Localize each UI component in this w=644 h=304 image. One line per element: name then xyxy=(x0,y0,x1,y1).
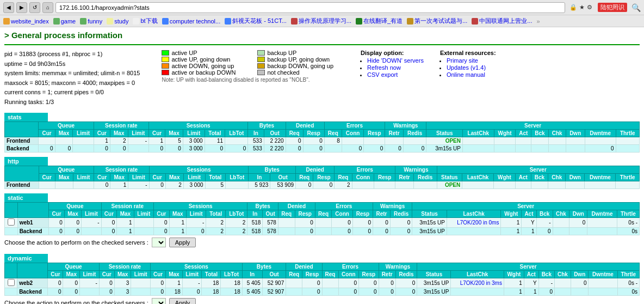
bookmark-star[interactable]: ★ xyxy=(579,4,585,11)
static-section: static Queue Session rate Sessions Bytes… xyxy=(4,193,640,250)
sys-info-line6: Running tasks: 1/3 xyxy=(4,98,140,107)
sys-info-line2: uptime = 0d 9h03m15s xyxy=(4,59,140,69)
bookmark-icon xyxy=(80,18,86,25)
bookmark-exam[interactable]: 第一次考试试题与... xyxy=(407,17,467,25)
more-bookmarks[interactable]: » xyxy=(536,18,540,25)
bookmark-label: 在线翻译_有道 xyxy=(363,17,403,25)
th-sessions: Sessions xyxy=(151,263,243,270)
th-bck: Bck xyxy=(531,129,548,137)
th-chk: Chk xyxy=(548,129,566,137)
bookmark-unicom[interactable]: 中国联通网上营业... xyxy=(472,17,532,25)
hide-down-servers-link[interactable]: Hide 'DOWN' servers xyxy=(367,57,424,64)
bookmark-label: game xyxy=(61,18,76,25)
sys-info-line4: maxsock = 8015; maxconn = 4000; maxpipes… xyxy=(4,78,140,88)
search-icon[interactable]: 🔍 xyxy=(631,3,641,12)
legend-box-active-up xyxy=(162,50,169,56)
legend-box-backup-up-going-down xyxy=(257,57,265,62)
primary-site-link[interactable]: Primary site xyxy=(447,57,478,64)
th-limit: Limit xyxy=(73,129,94,137)
legend-active-up: active UP xyxy=(162,50,236,56)
th-max2: Max xyxy=(110,129,128,137)
antivirus-badge: 陆犯罔识 xyxy=(598,3,627,12)
settings-icon[interactable]: ⚙ xyxy=(587,4,592,11)
th-limit3: Limit xyxy=(183,129,205,137)
th-max3: Max xyxy=(165,129,183,137)
bookmark-icon xyxy=(356,18,362,25)
row-checkbox-cell xyxy=(5,278,17,288)
th-sessions: Sessions xyxy=(149,166,249,173)
status-badge: 3m15s UP xyxy=(426,144,463,152)
bookmark-study[interactable]: study xyxy=(107,18,128,25)
bookmark-icon xyxy=(133,18,139,25)
row-label: Backend xyxy=(5,144,39,152)
apply-button[interactable]: Apply xyxy=(169,298,196,304)
reload-button[interactable]: ↺ xyxy=(29,2,40,13)
bookmark-website-index[interactable]: website_index xyxy=(3,18,49,25)
forward-button[interactable]: ▶ xyxy=(16,2,27,13)
th-queue: Queue xyxy=(48,263,99,270)
action-select[interactable] xyxy=(152,238,166,247)
bookmark-youdao[interactable]: 在线翻译_有道 xyxy=(356,17,403,25)
th-denied: Denied xyxy=(286,263,322,270)
th-bytes: Bytes xyxy=(249,166,296,173)
th-session-rate: Session rate xyxy=(94,166,150,173)
bookmark-label: 斜视天花板 - 51CT... xyxy=(232,17,287,25)
table-row: web1 00- 01 01-22 518578 0 00 00 3m15s U… xyxy=(5,217,640,227)
apply-button[interactable]: Apply xyxy=(169,238,196,247)
th-server: Server xyxy=(412,202,640,210)
static-section-header: static xyxy=(4,193,48,202)
bookmark-51ct[interactable]: 斜视天花板 - 51CT... xyxy=(225,17,287,25)
legend-box-active-down-going-up xyxy=(162,63,169,69)
th-server: Server xyxy=(417,263,640,270)
th-denied: Denied xyxy=(296,166,335,173)
status-badge: OPEN xyxy=(437,181,462,189)
stats-table: Queue Session rate Sessions Bytes Denied… xyxy=(4,121,640,153)
th-queue: Queue xyxy=(39,166,94,173)
legend-active-backup-down: active or backup DOWN xyxy=(162,69,236,76)
action-select[interactable] xyxy=(152,298,166,304)
th-cur3: Cur xyxy=(148,129,165,137)
bookmark-icon xyxy=(407,18,413,25)
bookmark-os[interactable]: 操作系统原理学习... xyxy=(291,17,351,25)
th-warnings: Warnings xyxy=(379,263,417,270)
legend-backup-down-going-up: backup DOWN, going up xyxy=(257,63,333,69)
th-status: Status xyxy=(426,129,463,137)
back-button[interactable]: ◀ xyxy=(3,2,14,13)
row-label: Frontend xyxy=(5,181,39,189)
legend-box-backup-up xyxy=(257,50,265,56)
home-button[interactable]: ⌂ xyxy=(42,2,53,13)
th-lastchk: LastChk xyxy=(463,129,494,137)
bookmark-icon xyxy=(291,18,298,25)
th-sessions: Sessions xyxy=(148,121,247,129)
legend-active-up-going-down: active UP, going down xyxy=(162,56,236,63)
bookmark-game[interactable]: game xyxy=(53,18,76,25)
bookmark-icon xyxy=(472,18,478,25)
th-dwn: Dwn xyxy=(566,129,585,137)
lastchk-link[interactable]: L7OK/200 in 0ms xyxy=(457,220,499,226)
lastchk-link[interactable]: L7OK/200 in 3ms xyxy=(460,280,502,286)
bookmark-computer[interactable]: computer technol... xyxy=(162,18,221,25)
legend-box-backup-down-going-up xyxy=(257,63,265,69)
online-manual-link[interactable]: Online manual xyxy=(447,71,485,78)
bookmark-funny[interactable]: funny xyxy=(80,18,102,25)
updates-link[interactable]: Updates (v1.4) xyxy=(447,64,486,71)
th-errors: Errors xyxy=(315,202,373,210)
stats-section: stats Queue Session rate Sessions Bytes … xyxy=(4,113,640,153)
th-lbtot: LbTot xyxy=(225,129,248,137)
server-checkbox[interactable] xyxy=(8,218,15,226)
th-bytes: Bytes xyxy=(247,202,278,210)
page-title: > General process information xyxy=(4,31,640,40)
http-table: Queue Session rate Sessions Bytes Denied… xyxy=(4,166,640,189)
refresh-now-link[interactable]: Refresh now xyxy=(367,64,401,71)
dynamic-section-header: dynamic xyxy=(4,254,48,263)
th-check xyxy=(5,202,18,217)
legend-box-not-checked xyxy=(257,70,265,75)
th-wght: Wght xyxy=(494,129,516,137)
csv-export-link[interactable]: CSV export xyxy=(367,71,398,78)
url-bar[interactable] xyxy=(55,2,565,13)
system-info: pid = 31883 (process #1, nbproc = 1) upt… xyxy=(4,50,140,107)
server-checkbox[interactable] xyxy=(8,279,15,286)
bookmark-label: funny xyxy=(88,18,102,25)
bookmark-label: computer technol... xyxy=(170,18,221,25)
bookmark-bt[interactable]: bt下载 xyxy=(133,17,157,25)
